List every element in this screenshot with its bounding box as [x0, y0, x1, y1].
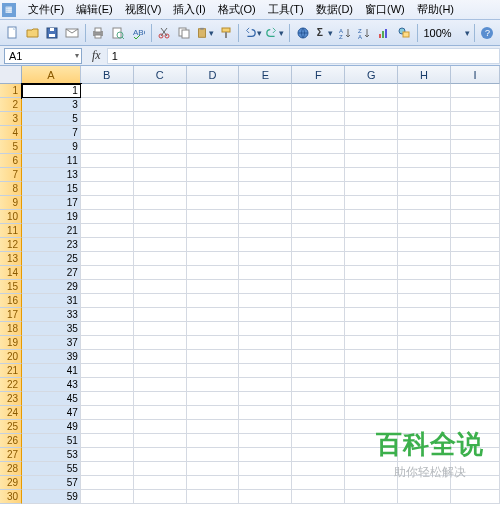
cell[interactable]	[187, 336, 240, 350]
cell[interactable]	[345, 364, 398, 378]
cell[interactable]	[451, 210, 500, 224]
cell[interactable]	[345, 294, 398, 308]
cell[interactable]	[81, 224, 134, 238]
cell[interactable]	[398, 308, 451, 322]
cell[interactable]: 29	[22, 280, 81, 294]
cell[interactable]	[239, 322, 292, 336]
cell[interactable]	[134, 294, 187, 308]
cell[interactable]	[451, 448, 500, 462]
copy-button[interactable]	[175, 23, 193, 43]
cell[interactable]	[451, 280, 500, 294]
cell[interactable]	[398, 140, 451, 154]
cell[interactable]	[187, 308, 240, 322]
cell[interactable]	[398, 154, 451, 168]
cell[interactable]	[81, 350, 134, 364]
cell[interactable]	[398, 294, 451, 308]
cell[interactable]	[451, 322, 500, 336]
cell[interactable]: 35	[22, 322, 81, 336]
row-header[interactable]: 25	[0, 420, 22, 434]
cell[interactable]: 25	[22, 252, 81, 266]
cell[interactable]	[81, 154, 134, 168]
cell[interactable]	[451, 140, 500, 154]
cell[interactable]	[451, 476, 500, 490]
cell[interactable]	[345, 336, 398, 350]
cell[interactable]	[292, 392, 345, 406]
cell[interactable]	[134, 224, 187, 238]
cell[interactable]	[81, 266, 134, 280]
cell[interactable]	[398, 266, 451, 280]
cell[interactable]	[451, 252, 500, 266]
row-header[interactable]: 29	[0, 476, 22, 490]
cell[interactable]	[187, 448, 240, 462]
cell[interactable]	[345, 420, 398, 434]
cell[interactable]: 21	[22, 224, 81, 238]
redo-button[interactable]: ▾	[265, 23, 285, 43]
cell-area[interactable]: 1357911131517192123252729313335373941434…	[22, 84, 500, 505]
row-header[interactable]: 13	[0, 252, 22, 266]
row-header[interactable]: 3	[0, 112, 22, 126]
cell[interactable]	[451, 98, 500, 112]
cell[interactable]	[134, 364, 187, 378]
column-header[interactable]: B	[81, 66, 134, 84]
cell[interactable]	[239, 294, 292, 308]
cell[interactable]: 31	[22, 294, 81, 308]
cell[interactable]	[398, 378, 451, 392]
cell[interactable]	[292, 182, 345, 196]
row-header[interactable]: 9	[0, 196, 22, 210]
new-doc-button[interactable]	[4, 23, 22, 43]
cell[interactable]	[187, 280, 240, 294]
cell[interactable]	[345, 84, 398, 98]
cell[interactable]	[187, 462, 240, 476]
cell[interactable]	[134, 420, 187, 434]
cell[interactable]: 45	[22, 392, 81, 406]
cell[interactable]	[451, 224, 500, 238]
row-header[interactable]: 20	[0, 350, 22, 364]
cell[interactable]	[239, 364, 292, 378]
cell[interactable]	[239, 210, 292, 224]
row-header[interactable]: 30	[0, 490, 22, 504]
column-header[interactable]: D	[187, 66, 240, 84]
column-header[interactable]: E	[239, 66, 292, 84]
menu-item[interactable]: 数据(D)	[310, 0, 359, 19]
cell[interactable]	[451, 294, 500, 308]
open-button[interactable]	[24, 23, 42, 43]
row-header[interactable]: 19	[0, 336, 22, 350]
cell[interactable]	[292, 420, 345, 434]
cell[interactable]	[134, 154, 187, 168]
cell[interactable]	[81, 280, 134, 294]
cell[interactable]	[292, 448, 345, 462]
column-header[interactable]: H	[398, 66, 451, 84]
cell[interactable]	[345, 490, 398, 504]
cell[interactable]	[345, 224, 398, 238]
cell[interactable]	[451, 154, 500, 168]
cell[interactable]	[451, 490, 500, 504]
cell[interactable]	[239, 476, 292, 490]
cell[interactable]: 57	[22, 476, 81, 490]
cell[interactable]: 53	[22, 448, 81, 462]
cell[interactable]	[398, 280, 451, 294]
cell[interactable]	[345, 266, 398, 280]
column-header[interactable]: G	[345, 66, 398, 84]
cell[interactable]	[292, 336, 345, 350]
cell[interactable]	[239, 266, 292, 280]
cell[interactable]	[239, 392, 292, 406]
cell[interactable]	[398, 84, 451, 98]
cell[interactable]	[81, 308, 134, 322]
cell[interactable]	[187, 210, 240, 224]
cell[interactable]	[292, 266, 345, 280]
cell[interactable]	[451, 392, 500, 406]
cell[interactable]	[81, 448, 134, 462]
cell[interactable]	[239, 98, 292, 112]
row-header[interactable]: 16	[0, 294, 22, 308]
cell[interactable]	[134, 476, 187, 490]
print-button[interactable]	[90, 23, 108, 43]
row-header[interactable]: 15	[0, 280, 22, 294]
cell[interactable]	[134, 98, 187, 112]
hyperlink-button[interactable]	[294, 23, 312, 43]
cell[interactable]	[81, 336, 134, 350]
cell[interactable]	[81, 238, 134, 252]
cell[interactable]: 5	[22, 112, 81, 126]
cell[interactable]	[81, 98, 134, 112]
cell[interactable]	[398, 476, 451, 490]
cell[interactable]	[345, 462, 398, 476]
